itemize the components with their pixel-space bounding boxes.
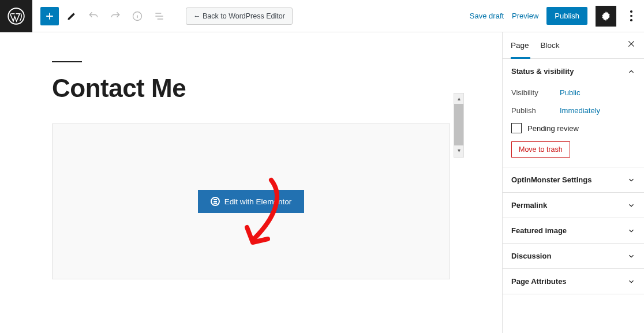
scroll-down-icon: ▾	[454, 145, 463, 156]
scroll-thumb[interactable]	[454, 104, 463, 145]
edit-with-elementor-button[interactable]: Edit with Elementor	[198, 190, 304, 213]
editor-topbar: ← Back to WordPress Editor Save draft Pr…	[0, 0, 644, 32]
toolbar-right: Save draft Preview Publish	[470, 6, 644, 27]
publish-label: Publish	[511, 106, 560, 115]
save-draft-link[interactable]: Save draft	[470, 12, 504, 20]
panel-title: Permalink	[511, 201, 547, 209]
panel-head-page-attributes[interactable]: Page Attributes	[503, 269, 644, 294]
list-outline-icon	[153, 10, 165, 22]
panel-head-optinmonster[interactable]: OptinMonster Settings	[503, 167, 644, 192]
page-title[interactable]: Contact Me	[52, 74, 450, 103]
pending-review-label: Pending review	[527, 124, 579, 133]
preview-link[interactable]: Preview	[512, 12, 538, 20]
panel-head-permalink[interactable]: Permalink	[503, 193, 644, 218]
redo-icon	[110, 10, 121, 22]
wordpress-logo[interactable]	[0, 0, 32, 32]
kebab-dot-icon	[630, 15, 632, 17]
outline-button[interactable]	[150, 7, 169, 25]
chevron-up-icon	[627, 68, 635, 76]
scroll-up-icon: ▴	[454, 93, 463, 104]
edit-mode-button[interactable]	[62, 7, 81, 25]
panel-optinmonster: OptinMonster Settings	[503, 167, 644, 193]
kebab-dot-icon	[630, 19, 632, 21]
back-to-wordpress-button[interactable]: ← Back to WordPress Editor	[186, 8, 293, 25]
undo-button[interactable]	[84, 7, 103, 25]
pending-review-checkbox[interactable]: Pending review	[511, 119, 635, 141]
panel-head-discussion[interactable]: Discussion	[503, 244, 644, 268]
panel-title: Featured image	[511, 226, 567, 235]
undo-icon	[88, 10, 99, 22]
editor-canvas: Contact Me Edit with Elementor ▴ ▾	[0, 32, 502, 333]
chevron-down-icon	[627, 252, 635, 260]
elementor-icon	[211, 197, 220, 206]
chevron-down-icon	[627, 227, 635, 235]
toolbar-left: ← Back to WordPress Editor	[32, 7, 293, 25]
elementor-frame: Edit with Elementor	[52, 124, 450, 279]
visibility-label: Visibility	[511, 88, 560, 97]
add-block-button[interactable]	[40, 7, 59, 25]
row-visibility: Visibility Public	[511, 84, 635, 102]
panel-title: Discussion	[511, 252, 551, 260]
panel-page-attributes: Page Attributes	[503, 269, 644, 294]
publish-button[interactable]: Publish	[546, 7, 587, 25]
close-icon	[627, 39, 636, 48]
tab-page[interactable]: Page	[511, 33, 529, 58]
info-button[interactable]	[128, 7, 147, 25]
checkbox-icon	[511, 123, 522, 133]
settings-sidebar: Page Block Status & visibility Visibilit…	[502, 32, 644, 333]
settings-toggle-button[interactable]	[596, 6, 616, 27]
panel-title: Status & visibility	[511, 67, 574, 76]
more-menu-button[interactable]	[624, 10, 638, 21]
panel-status-visibility: Status & visibility Visibility Public Pu…	[503, 59, 644, 167]
pencil-icon	[66, 10, 77, 22]
plus-icon	[44, 10, 55, 22]
panel-head-featured-image[interactable]: Featured image	[503, 218, 644, 243]
visibility-value[interactable]: Public	[560, 88, 580, 97]
row-publish: Publish Immediately	[511, 102, 635, 119]
elementor-button-label: Edit with Elementor	[224, 197, 291, 206]
wordpress-icon	[8, 8, 25, 25]
title-rule	[52, 61, 82, 62]
chevron-down-icon	[627, 176, 635, 184]
chevron-down-icon	[627, 278, 635, 286]
close-sidebar-button[interactable]	[627, 39, 636, 51]
info-icon	[132, 10, 143, 22]
panel-title: Page Attributes	[511, 277, 567, 286]
panel-permalink: Permalink	[503, 193, 644, 218]
editor-main: Contact Me Edit with Elementor ▴ ▾ Page …	[0, 32, 644, 333]
sidebar-tabs: Page Block	[503, 32, 644, 59]
gear-icon	[600, 10, 612, 22]
tab-block[interactable]: Block	[541, 33, 560, 58]
panel-featured-image: Featured image	[503, 218, 644, 244]
move-to-trash-button[interactable]: Move to trash	[511, 141, 570, 158]
kebab-dot-icon	[630, 10, 632, 13]
chevron-down-icon	[627, 201, 635, 209]
panel-discussion: Discussion	[503, 244, 644, 269]
panel-head-status[interactable]: Status & visibility	[503, 59, 644, 84]
canvas-scrollbar[interactable]: ▴ ▾	[454, 93, 464, 158]
redo-button[interactable]	[106, 7, 125, 25]
panel-body-status: Visibility Public Publish Immediately Pe…	[503, 84, 644, 167]
publish-value[interactable]: Immediately	[560, 106, 600, 115]
panel-title: OptinMonster Settings	[511, 175, 591, 184]
